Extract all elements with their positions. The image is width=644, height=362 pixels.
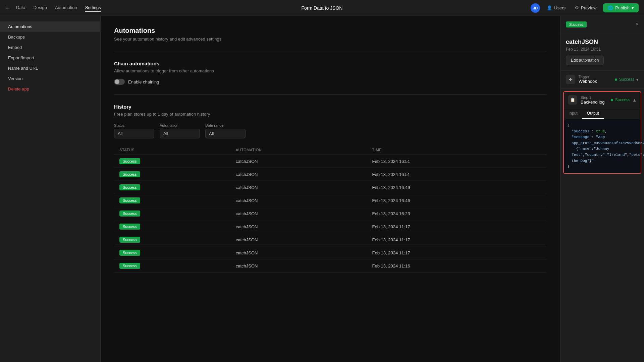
panel-close-button[interactable]: × xyxy=(636,21,639,27)
users-button[interactable]: 👤 Users xyxy=(544,4,568,12)
row-status: Success xyxy=(114,220,230,233)
page-title: Form Data to JSON xyxy=(302,5,343,11)
sidebar-item-embed[interactable]: Embed xyxy=(0,42,100,53)
panel-automation-date: Feb 13, 2024 16:51 xyxy=(566,47,639,52)
step-chevron-icon[interactable]: ▲ xyxy=(632,98,637,103)
publish-chevron-icon: ▾ xyxy=(632,5,634,10)
row-status: Success xyxy=(114,168,230,181)
row-time: Feb 13, 2024 16:49 xyxy=(367,181,547,194)
table-row[interactable]: Success catchJSON Feb 13, 2024 16:46 xyxy=(114,194,547,207)
right-panel: Success × catchJSON Feb 13, 2024 16:51 E… xyxy=(560,16,644,362)
sidebar-item-name-url[interactable]: Name and URL xyxy=(0,63,100,73)
col-status: STATUS xyxy=(114,145,230,155)
nav-design[interactable]: Design xyxy=(33,4,47,12)
row-time: Feb 13, 2024 16:46 xyxy=(367,194,547,207)
filters: Status All Automation All Date range All xyxy=(114,123,547,138)
sidebar-item-automations[interactable]: Automations xyxy=(0,21,100,32)
table-row[interactable]: Success catchJSON Feb 13, 2024 11:16 xyxy=(114,259,547,273)
toggle-knob xyxy=(115,79,119,84)
nav-automation[interactable]: Automation xyxy=(55,4,77,12)
row-status: Success xyxy=(114,194,230,207)
step-1-num: Step 1 xyxy=(581,96,605,100)
row-automation: catchJSON xyxy=(230,207,367,220)
row-automation: catchJSON xyxy=(230,168,367,181)
row-time: Feb 13, 2024 16:23 xyxy=(367,207,547,220)
history-title: History xyxy=(114,104,547,110)
enable-chaining-toggle[interactable] xyxy=(114,79,125,85)
toggle-label: Enable chaining xyxy=(128,79,159,84)
row-time: Feb 13, 2024 16:51 xyxy=(367,168,547,181)
step-tabs: Input Output xyxy=(564,108,641,119)
step-1-left: 📋 Step 1 Backend log xyxy=(568,95,605,105)
automation-select[interactable]: All xyxy=(160,129,200,138)
row-status: Success xyxy=(114,246,230,259)
publish-label: Publish xyxy=(615,5,630,10)
tab-output[interactable]: Output xyxy=(582,108,604,119)
row-time: Feb 13, 2024 16:51 xyxy=(367,155,547,168)
table-row[interactable]: Success catchJSON Feb 13, 2024 11:17 xyxy=(114,233,547,246)
row-status: Success xyxy=(114,259,230,273)
step-status-text: Success xyxy=(615,98,630,102)
row-status: Success xyxy=(114,233,230,246)
main-layout: Automations Backups Embed Export/Import … xyxy=(0,16,644,362)
trigger-status-dot xyxy=(615,78,617,81)
preview-button[interactable]: ⚙ Preview xyxy=(572,4,599,12)
preview-icon: ⚙ xyxy=(575,5,579,10)
table-row[interactable]: Success catchJSON Feb 13, 2024 16:51 xyxy=(114,168,547,181)
sidebar-item-export-import[interactable]: Export/Import xyxy=(0,53,100,63)
trigger-chevron-icon[interactable]: ▾ xyxy=(636,77,639,82)
nav-data[interactable]: Data xyxy=(16,4,25,12)
step-status-dot xyxy=(611,99,613,101)
status-select[interactable]: All xyxy=(114,129,154,138)
trigger-left: ✈ Trigger Webhook xyxy=(566,75,597,84)
history-table: STATUS AUTOMATION TIME Success catchJSON… xyxy=(114,145,547,273)
table-row[interactable]: Success catchJSON Feb 13, 2024 11:17 xyxy=(114,220,547,233)
users-label: Users xyxy=(554,5,566,10)
table-row[interactable]: Success catchJSON Feb 13, 2024 16:49 xyxy=(114,181,547,194)
log-icon: 📋 xyxy=(570,98,575,102)
sidebar-item-delete-app[interactable]: Delete app xyxy=(0,84,100,94)
trigger-name: Webhook xyxy=(579,79,597,84)
row-automation: catchJSON xyxy=(230,233,367,246)
automation-filter-label: Automation xyxy=(160,123,200,127)
tab-input[interactable]: Input xyxy=(564,108,582,119)
step-1-panel: 📋 Step 1 Backend log Success ▲ Input Out… xyxy=(563,91,641,174)
publish-button[interactable]: 🌐 Publish ▾ xyxy=(603,3,639,12)
step-1-name: Backend log xyxy=(581,100,605,105)
table-row[interactable]: Success catchJSON Feb 13, 2024 11:17 xyxy=(114,246,547,259)
row-time: Feb 13, 2024 11:17 xyxy=(367,246,547,259)
users-icon: 👤 xyxy=(547,5,552,10)
status-filter: Status All xyxy=(114,123,154,138)
panel-header: Success × xyxy=(560,16,644,33)
table-row[interactable]: Success catchJSON Feb 13, 2024 16:23 xyxy=(114,207,547,220)
panel-info: catchJSON Feb 13, 2024 16:51 Edit automa… xyxy=(560,33,644,71)
row-status: Success xyxy=(114,181,230,194)
row-automation: catchJSON xyxy=(230,259,367,273)
row-status: Success xyxy=(114,207,230,220)
col-time: TIME xyxy=(367,145,547,155)
top-nav: ← Data Design Automation Settings Form D… xyxy=(0,0,644,16)
table-row[interactable]: Success catchJSON Feb 13, 2024 16:51 xyxy=(114,155,547,168)
preview-label: Preview xyxy=(581,5,596,10)
trigger-text: Trigger Webhook xyxy=(579,75,597,84)
nav-right: JD 👤 Users ⚙ Preview 🌐 Publish ▾ xyxy=(531,3,639,13)
panel-automation-name: catchJSON xyxy=(566,39,639,46)
toggle-row: Enable chaining xyxy=(114,79,547,85)
history-sub: Free plan stores up to 1 day of automati… xyxy=(114,112,547,117)
nav-items: Data Design Automation Settings xyxy=(16,4,101,12)
nav-settings[interactable]: Settings xyxy=(85,4,101,12)
publish-icon: 🌐 xyxy=(608,5,613,10)
automation-filter: Automation All xyxy=(160,123,200,138)
section-title: Automations xyxy=(114,27,547,35)
date-select[interactable]: All xyxy=(205,129,246,138)
panel-success-badge: Success xyxy=(566,21,587,27)
row-status: Success xyxy=(114,155,230,168)
trigger-row: ✈ Trigger Webhook Success ▾ xyxy=(560,71,644,88)
edit-automation-button[interactable]: Edit automation xyxy=(566,56,604,65)
sidebar-item-version[interactable]: Version xyxy=(0,73,100,84)
back-button[interactable]: ← xyxy=(5,5,11,11)
send-icon: ✈ xyxy=(569,77,573,82)
divider-1 xyxy=(114,51,547,51)
sidebar-item-backups[interactable]: Backups xyxy=(0,32,100,42)
trigger-right: Success ▾ xyxy=(615,77,639,82)
